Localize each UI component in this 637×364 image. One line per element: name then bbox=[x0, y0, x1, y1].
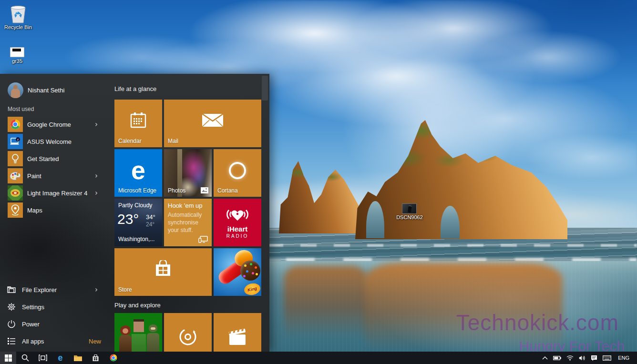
rock-reflection bbox=[284, 266, 367, 342]
weather-high: 34° bbox=[146, 213, 155, 221]
tray-expand-icon[interactable] bbox=[542, 356, 548, 360]
dscn9062-thumbnail bbox=[408, 205, 412, 213]
tile-xbox[interactable] bbox=[114, 313, 162, 352]
touch-keyboard-icon[interactable] bbox=[603, 355, 611, 361]
tile-label: Photos bbox=[168, 187, 185, 194]
start-menu: Nishant Sethi Most used bbox=[0, 74, 269, 352]
desktop-icon-dscn9062[interactable] bbox=[402, 203, 417, 214]
store-bag-icon bbox=[92, 354, 99, 362]
tile-calendar[interactable]: Calendar bbox=[114, 100, 162, 147]
taskbar-chrome-button[interactable] bbox=[104, 352, 122, 364]
xbox-avatars bbox=[134, 322, 144, 332]
xbox-avatars bbox=[147, 333, 159, 352]
tile-candy-crush[interactable]: King bbox=[214, 248, 261, 296]
calendar-icon bbox=[130, 112, 147, 128]
tile-iheartradio[interactable]: iHeart RADIO bbox=[214, 199, 261, 246]
taskbar: e bbox=[0, 352, 637, 364]
tile-group-title: Play and explore bbox=[114, 302, 161, 309]
tile-label: Calendar bbox=[118, 138, 142, 144]
xbox-avatars bbox=[123, 328, 128, 334]
photos-icon bbox=[201, 187, 208, 193]
tile-movies-tv[interactable] bbox=[214, 313, 261, 352]
windows-logo-icon bbox=[5, 354, 12, 362]
taskbar-file-explorer-button[interactable] bbox=[69, 352, 87, 364]
gr35-label[interactable]: gr35 bbox=[0, 58, 34, 64]
recycle-bin-icon bbox=[8, 3, 28, 24]
start-button[interactable] bbox=[0, 352, 16, 364]
mail-icon bbox=[201, 112, 224, 128]
iheart-logo-icon bbox=[225, 207, 250, 224]
king-logo: King bbox=[243, 282, 261, 296]
desktop-screen: Technokick.com Hungry For Tech Recycle B… bbox=[0, 0, 637, 364]
wifi-icon[interactable] bbox=[566, 355, 574, 361]
weather-temperature: 23° bbox=[117, 211, 139, 227]
iheart-sub: RADIO bbox=[226, 233, 249, 239]
xbox-avatars bbox=[132, 334, 146, 352]
candy-chocolate-ball bbox=[240, 261, 260, 281]
taskbar-edge-button[interactable]: e bbox=[51, 352, 69, 364]
tile-microsoft-edge[interactable]: e Microsoft Edge bbox=[114, 149, 162, 197]
search-icon bbox=[21, 354, 29, 362]
task-view-button[interactable] bbox=[34, 352, 51, 364]
weather-low: 24° bbox=[146, 221, 154, 228]
taskbar-search-button[interactable] bbox=[16, 352, 34, 364]
tile-mail[interactable]: Mail bbox=[164, 100, 261, 147]
tile-weather[interactable]: Partly Cloudy 23° 34° 24° Washington,... bbox=[114, 199, 162, 246]
xbox-avatars bbox=[151, 327, 155, 330]
task-view-icon bbox=[39, 354, 47, 361]
action-center-icon[interactable] bbox=[591, 355, 597, 361]
tile-hook-em-up[interactable]: Hook 'em up Automatically synchronise yo… bbox=[164, 199, 212, 246]
tile-label: Store bbox=[118, 286, 132, 293]
volume-icon[interactable] bbox=[579, 355, 586, 361]
xbox-avatars bbox=[119, 335, 132, 352]
edge-icon: e bbox=[58, 354, 62, 362]
tile-groove-music[interactable] bbox=[164, 313, 212, 352]
folder-icon bbox=[74, 354, 82, 361]
taskbar-store-button[interactable] bbox=[87, 352, 104, 364]
desktop-icon-recycle-bin[interactable] bbox=[4, 3, 32, 24]
tile-cortana[interactable]: Cortana bbox=[214, 149, 261, 197]
gr35-thumbnail bbox=[12, 49, 21, 51]
iheart-brand: iHeart bbox=[227, 225, 248, 233]
tile-label: Microsoft Edge bbox=[118, 187, 156, 194]
tile-store[interactable]: Store bbox=[114, 248, 212, 296]
devices-icon bbox=[198, 236, 208, 243]
tile-subtitle: Automatically synchronise your stuff. bbox=[168, 211, 209, 234]
weather-condition: Partly Cloudy bbox=[118, 202, 152, 209]
watermark-site: Technokick.com bbox=[456, 310, 619, 335]
tile-label: Mail bbox=[168, 138, 178, 144]
tile-label: Cortana bbox=[217, 187, 238, 194]
movies-tv-icon bbox=[227, 328, 247, 346]
dscn9062-label[interactable]: DSCN9062 bbox=[391, 214, 428, 220]
groove-music-icon bbox=[177, 326, 198, 347]
tile-photos[interactable]: Photos bbox=[164, 149, 212, 197]
recycle-bin-label[interactable]: Recycle Bin bbox=[0, 24, 36, 30]
edge-icon: e bbox=[131, 155, 145, 185]
language-indicator[interactable]: ENG bbox=[618, 355, 629, 361]
chrome-icon bbox=[110, 354, 117, 362]
battery-icon[interactable] bbox=[553, 356, 561, 360]
store-icon bbox=[154, 260, 173, 277]
system-tray: ENG bbox=[542, 352, 637, 364]
desktop-icon-gr35[interactable] bbox=[10, 47, 24, 57]
start-menu-tiles: Life at a glance Calendar bbox=[0, 74, 269, 352]
cortana-icon bbox=[229, 162, 246, 179]
tile-group-title: Life at a glance bbox=[114, 85, 156, 92]
weather-location: Washington,... bbox=[118, 236, 154, 243]
tile-title: Hook 'em up bbox=[168, 202, 203, 209]
